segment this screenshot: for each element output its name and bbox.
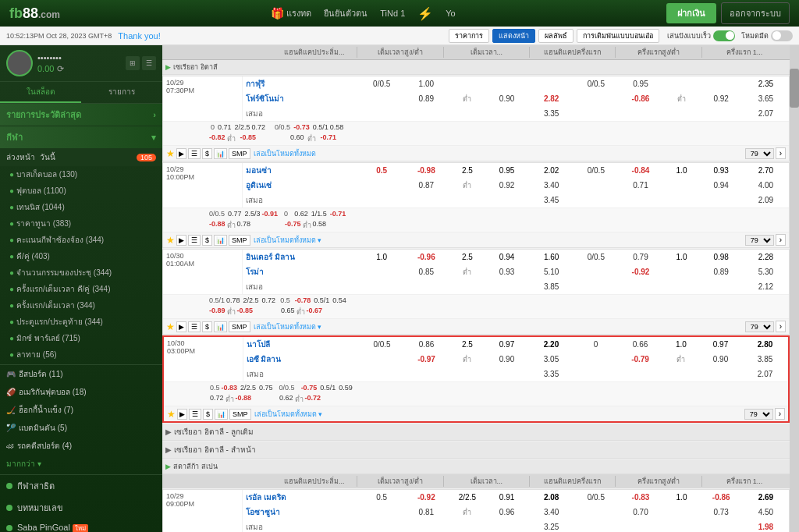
sidebar-btn2[interactable]: ☰ [142,56,156,70]
match2-team1[interactable]: มอนซ่า [242,163,360,178]
match4-smp[interactable]: SMP [229,409,251,420]
match2-star[interactable]: ★ [166,235,175,246]
toggle1-switch[interactable] [713,30,735,41]
match2-smp[interactable]: SMP [229,235,250,246]
bottom-team1[interactable]: เรอัล เมดริด [242,490,360,505]
collapsible-1[interactable]: ▶ เซเรียอา อิตาลี - ลูกเดิม [162,424,790,441]
match2-dollar[interactable]: $ [202,235,212,246]
match4-page[interactable]: 79 [744,409,773,420]
sport-firstlast[interactable]: ● ประตูแรก/ประตูท้าย (344) [0,314,162,330]
sidebar-virtual[interactable]: บทหมายเลข [0,497,162,519]
sidebar-americanfootball[interactable]: 🏈 อเมริกันฟุตบอล (18) [0,383,162,401]
match1-next[interactable]: › [776,147,786,159]
match2-team2[interactable]: อูดิเนเซ่ [242,178,360,193]
sidebar-badminton[interactable]: 🏸 แบดมินตัน (5) [0,419,162,437]
toggle2-switch[interactable] [771,30,793,41]
match2-time: 10/2910:00PM [163,163,242,207]
match4-list[interactable]: ☰ [189,409,201,420]
league-header-seria: ▶ เซเรียอา อิตาลี [162,60,790,75]
datetime-display: 10:52:13PM Oct 28, 2023 GMT+8 [6,32,112,40]
match2-page[interactable]: 79 [745,235,774,246]
match2-next[interactable]: › [776,234,786,246]
match4-team1[interactable]: นาโปลี [243,337,360,352]
match3-chart[interactable]: 📊 [214,321,227,332]
sport-football[interactable]: ● ฟุตบอล (1100) [0,183,162,199]
match4-more[interactable]: เล่อเป็นโหมดทั้งหมด ▾ [254,409,323,420]
match2-chart[interactable]: 📊 [214,235,227,246]
match3-next[interactable]: › [776,321,786,332]
match3-play[interactable]: ▶ [176,321,186,332]
sport-tennis[interactable]: ● เทนนิส (1044) [0,199,162,215]
sport-bowling[interactable]: ● คะแนนกีฬาซ้องจ้อง (344) [0,232,162,248]
sidebar-sabapingoal[interactable]: Saba PinGoal ใหม่ [0,519,162,532]
nav-extra1[interactable]: TiNd 1 [380,9,405,18]
sidebar-tab-bets[interactable]: ในสล็อต [0,82,81,103]
bottom-team2[interactable]: โอซาซูน่า [242,505,360,520]
match4-chart[interactable]: 📊 [215,409,228,420]
match1-team2[interactable]: โฟร์ซิโนม่า [242,91,360,106]
sidebar-hockey[interactable]: 🏒 ฮ็อกกี้น้ำแข็ง (7) [0,401,162,419]
tab-show[interactable]: แสดงหน้า [492,29,535,43]
section-sports[interactable]: กีฬา ▾ [0,126,162,148]
nav-user[interactable]: Yo [446,9,455,18]
match4-team2[interactable]: เอซี มิลาน [243,352,360,367]
match3-list[interactable]: ☰ [188,321,201,332]
match3-team1[interactable]: อินเตอร์ มิลาน [242,250,360,264]
nav-promotion[interactable]: 🎁 แรงทด [271,6,311,20]
match4-star[interactable]: ★ [167,409,176,420]
match4-dollar[interactable]: $ [203,409,213,420]
subsection-advance[interactable]: ล่วงหน้า [6,151,35,163]
tab-racard[interactable]: ราคาการ [449,29,489,43]
match4-play[interactable]: ▶ [177,409,187,420]
match-badge: 105 [137,154,156,161]
match2-list[interactable]: ☰ [188,235,201,246]
sidebar-esports[interactable]: 🎮 อีสปอร์ต (11) [0,365,162,383]
match1-dollar[interactable]: $ [202,148,212,159]
subsection-today[interactable]: วันนี้ [40,151,55,163]
sidebar-motorsport[interactable]: 🏎 รถคดีสปอร์ต (4) [0,437,162,455]
avatar [6,50,33,76]
match1-play[interactable]: ▶ [176,148,186,159]
match1-more[interactable]: เล่อเป็นโหมดทั้งหมด [254,148,316,159]
sport-oddeven[interactable]: ● คี/คู่ (403) [0,248,162,264]
match1-smp[interactable]: SMP [229,148,250,159]
sidebar-btn1[interactable]: ⊞ [126,56,140,70]
tab-result[interactable]: ผลลัพธ์ [538,29,574,43]
match2-play[interactable]: ▶ [176,235,186,246]
sport-snooker[interactable]: ● ราคาทูนา (383) [0,215,162,232]
nav-deposit[interactable]: ยืนยันตัวตน [324,6,368,20]
match1-team1[interactable]: กาฬุรี [242,76,360,91]
collapsible-2[interactable]: ▶ เซเรียอา อิตาลี - สำหน้า [162,442,790,459]
bottom-match-time: 10/2909:00PM [163,490,242,532]
sidebar-tab-history[interactable]: รายการ [81,82,162,103]
match3-smp[interactable]: SMP [229,321,250,332]
match-block-2: 10/2910:00PM มอนซ่า 0.5 -0.98 2.5 0.95 2… [162,162,790,248]
right-scrollbar[interactable] [790,45,799,532]
thank-you-message: Thank you! [118,31,160,41]
section-history[interactable]: รายการประวัติล่าสุด › [0,104,162,126]
match1-page[interactable]: 79 [745,148,774,159]
sport-basketball[interactable]: ● บาสเก็ตบอล (130) [0,166,162,183]
sport-lucky[interactable]: ● ลาทาย (56) [0,346,162,363]
logout-button[interactable]: ออกจากระบบ [721,2,790,24]
match3-dollar[interactable]: $ [202,321,212,332]
deposit-button[interactable]: ฝากเงิน [666,3,716,23]
match3-more[interactable]: เล่อเป็นโหมดทั้งหมด ▾ [254,321,322,332]
match4-next[interactable]: › [775,408,785,420]
match1-list[interactable]: ☰ [188,148,201,159]
balance-icon[interactable]: ⟳ [57,64,64,74]
sport-halftime[interactable]: ● ครั้งแรก/เต็มเวลา คี/คู่ (344) [0,281,162,297]
sport-halftime2[interactable]: ● ครั้งแรก/เต็มเวลา (344) [0,297,162,314]
sidebar-more[interactable]: มากกว่า ▾ [0,455,162,473]
match3-team2[interactable]: โรม่า [242,264,360,279]
match1-chart[interactable]: 📊 [214,148,227,159]
sidebar-demo[interactable]: กีฬาสาธิต [0,475,162,497]
toggle1-label: เล่นปังแบบเร็ว [667,30,711,41]
sport-mixparlay[interactable]: ● มิกซ์ พาร์เลย์ (715) [0,330,162,346]
tab-parlay[interactable]: การเดิมพันแบบบอนเอ๋อ [577,29,659,43]
match2-more[interactable]: เล่อเป็นโหมดทั้งหมด ▾ [254,235,322,246]
match3-star[interactable]: ★ [166,321,175,332]
match3-page[interactable]: 79 [745,321,774,332]
match1-star[interactable]: ★ [166,148,175,159]
sport-correct[interactable]: ● จำนวนกรรมของประชุ (344) [0,264,162,281]
